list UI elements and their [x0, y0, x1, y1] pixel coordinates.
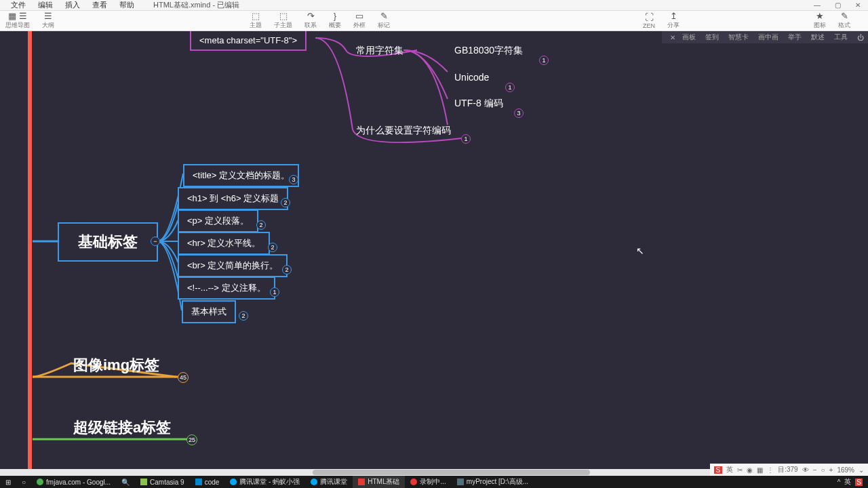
taskbar-item-tencent1[interactable]: 腾讯课堂 - 蚂蚁小强	[224, 476, 305, 488]
mindmap-icon: ▦ ☰	[8, 12, 27, 21]
badge-title[interactable]: 3	[289, 175, 298, 184]
icons-button[interactable]: ★ 图标	[814, 12, 826, 30]
close-button[interactable]: ✕	[848, 1, 868, 9]
node-h-tag[interactable]: <h1> 到 <h6> 定义标题	[178, 187, 288, 210]
badge-p[interactable]: 2	[256, 220, 266, 230]
subtopic-label: 子主题	[274, 21, 292, 30]
dropdown-icon[interactable]: ⌄	[859, 466, 864, 474]
status-bar: S 英 ✂ ◉ ▦ ⋮ 目:379 👁 − ○ + 169% ⌄	[710, 464, 868, 476]
relation-button[interactable]: ↷ 联系	[304, 12, 317, 30]
badge-hr[interactable]: 2	[268, 243, 277, 252]
power-icon[interactable]: ⏻	[853, 34, 864, 41]
format-button[interactable]: ✎ 格式	[838, 12, 850, 30]
view-outline-button[interactable]: ☰ 大纲	[42, 12, 54, 30]
tool-2-icon[interactable]: ◉	[747, 466, 753, 474]
start-button[interactable]: ⊞	[0, 476, 16, 488]
zoom-in-button[interactable]: +	[829, 466, 833, 474]
node-comment-tag[interactable]: <!--...--> 定义注释。	[178, 277, 275, 300]
node-img-tag[interactable]: 图像img标签	[73, 355, 159, 375]
boundary-button[interactable]: ▭ 外框	[353, 12, 366, 30]
taskbar-item-camtasia[interactable]: Camtasia 9	[135, 476, 190, 488]
summary-button[interactable]: } 概要	[329, 12, 341, 30]
panel-tab-tools[interactable]: 工具	[830, 33, 852, 42]
badge-a[interactable]: 25	[186, 434, 197, 445]
badge-h[interactable]: 2	[281, 198, 290, 207]
node-unicode[interactable]: Unicode	[454, 70, 489, 84]
menu-view[interactable]: 查看	[87, 0, 113, 10]
menu-edit[interactable]: 编辑	[33, 0, 58, 10]
menu-file[interactable]: 文件	[5, 0, 31, 10]
node-meta-charset[interactable]: <meta charset="UTF-8">	[190, 31, 307, 51]
taskbar-item-project[interactable]: myProject [D:\高级...	[452, 476, 534, 488]
node-utf8[interactable]: UTF-8 编码	[454, 96, 503, 111]
taskbar-item-code[interactable]: code	[190, 476, 225, 488]
zoom-reset-button[interactable]: ○	[821, 466, 825, 474]
node-hr-tag[interactable]: <hr> 定义水平线。	[178, 232, 270, 255]
relation-label: 联系	[304, 21, 317, 30]
topic-icon: ⬚	[252, 12, 260, 21]
badge-gb18030[interactable]: 1	[539, 56, 549, 65]
badge-unicode[interactable]: 1	[505, 83, 515, 92]
subtopic-icon: ⬚	[279, 12, 288, 21]
relation-icon: ↷	[307, 12, 315, 21]
canvas[interactable]: ✕ 画板 签到 智慧卡 画中画 举手 默述 工具 ⏻ <meta char	[0, 31, 868, 476]
badge-style[interactable]: 2	[239, 311, 248, 321]
panel-tab-card[interactable]: 智慧卡	[724, 33, 753, 42]
tool-1-icon[interactable]: ✂	[737, 466, 743, 474]
tray-s-icon[interactable]: S	[855, 479, 863, 486]
topic-button[interactable]: ⬚ 主题	[250, 12, 262, 30]
badge-why[interactable]: 1	[461, 134, 471, 144]
taskbar-item-recording[interactable]: 录制中...	[405, 476, 451, 488]
tray-lang[interactable]: 英	[844, 477, 851, 487]
tool-4-icon[interactable]: ⋮	[767, 466, 774, 474]
panel-tab-board[interactable]: 画板	[678, 33, 700, 42]
zoom-level[interactable]: 169%	[837, 466, 854, 474]
minimize-button[interactable]: —	[807, 1, 827, 9]
share-button[interactable]: ↥ 分享	[667, 12, 679, 30]
view-mindmap-button[interactable]: ▦ ☰ 思维导图	[5, 12, 30, 30]
cortana-button[interactable]: ○	[16, 476, 31, 488]
node-basic-style[interactable]: 基本样式	[182, 300, 236, 323]
marker-button[interactable]: ✎ 标记	[378, 12, 390, 30]
collapse-toggle[interactable]: −	[151, 237, 160, 246]
ime-indicator[interactable]: S	[714, 466, 723, 474]
node-gb18030[interactable]: GB18030字符集	[454, 43, 523, 58]
window-controls: — ▢ ✕	[807, 1, 868, 9]
tool-3-icon[interactable]: ▦	[757, 466, 763, 474]
main-menu: 文件 编辑 插入 查看 帮助	[0, 0, 140, 10]
zen-button[interactable]: ⛶ ZEN	[643, 13, 655, 29]
taskbar-item-browser[interactable]: fmjava.com - Googl...	[31, 476, 116, 488]
panel-tab-checkin[interactable]: 签到	[701, 33, 723, 42]
close-panel-icon[interactable]: ✕	[666, 34, 677, 41]
zoom-out-button[interactable]: −	[813, 466, 817, 474]
maximize-button[interactable]: ▢	[827, 1, 848, 9]
panel-tab-pip[interactable]: 画中画	[754, 33, 783, 42]
node-base-tags[interactable]: 基础标签	[58, 222, 158, 262]
node-p-tag[interactable]: <p> 定义段落。	[178, 209, 258, 232]
badge-br[interactable]: 2	[282, 265, 292, 274]
menu-insert[interactable]: 插入	[60, 0, 85, 10]
badge-comment[interactable]: 1	[270, 287, 279, 297]
taskbar-item-xmind[interactable]: HTML基础	[353, 476, 405, 488]
scrollbar-thumb[interactable]	[313, 470, 591, 475]
node-a-tag[interactable]: 超级链接a标签	[73, 418, 171, 438]
ime-lang[interactable]: 英	[726, 465, 733, 474]
node-charset-common[interactable]: 常用字符集	[356, 43, 403, 58]
panel-tab-silent[interactable]: 默述	[807, 33, 829, 42]
toolbar: ▦ ☰ 思维导图 ☰ 大纲 ⬚ 主题 ⬚ 子主题 ↷ 联系 } 概要 ▭ 外框 …	[0, 11, 868, 31]
outline-label: 大纲	[42, 21, 54, 30]
panel-tab-hand[interactable]: 举手	[784, 33, 806, 42]
node-why-charset[interactable]: 为什么要设置字符编码	[356, 123, 451, 138]
badge-img[interactable]: 45	[178, 372, 189, 383]
taskbar-item-search[interactable]: 🔍	[116, 476, 135, 488]
menu-help[interactable]: 帮助	[114, 0, 140, 10]
node-title-tag[interactable]: <title> 定义文档的标题。	[183, 164, 299, 187]
taskbar-item-tencent2[interactable]: 腾讯课堂	[305, 476, 353, 488]
eye-icon[interactable]: 👁	[802, 466, 809, 474]
subtopic-button[interactable]: ⬚ 子主题	[274, 12, 292, 30]
badge-utf8[interactable]: 3	[514, 108, 524, 118]
tray-up-icon[interactable]: ^	[837, 479, 841, 486]
system-tray[interactable]: ^ 英 S	[837, 477, 868, 487]
document-title: HTML基础.xmind - 已编辑	[153, 0, 239, 10]
node-br-tag[interactable]: <br> 定义简单的换行。	[178, 254, 288, 277]
